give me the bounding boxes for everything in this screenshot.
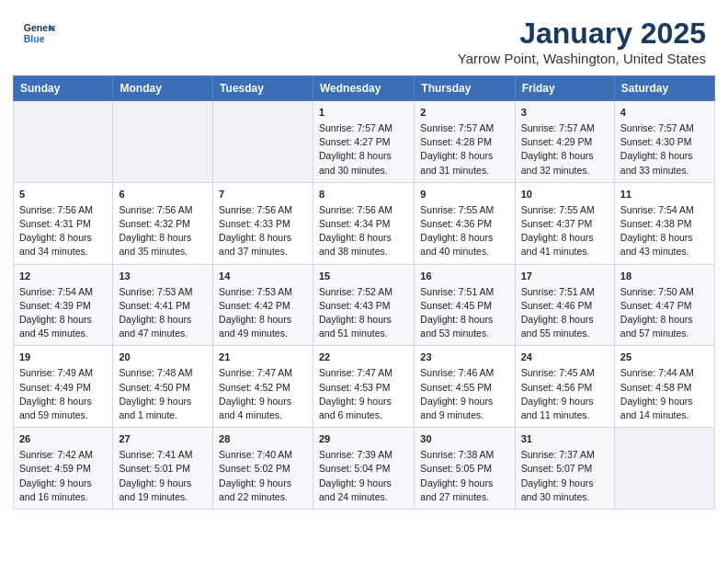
calendar-cell: 19Sunrise: 7:49 AMSunset: 4:49 PMDayligh…	[14, 346, 113, 428]
day-of-week-header: Monday	[113, 76, 213, 101]
day-info-line: Sunrise: 7:46 AM	[420, 366, 508, 380]
day-info-line: Daylight: 8 hours and 34 minutes.	[19, 231, 107, 259]
logo-icon: General Blue	[22, 17, 55, 50]
day-info-line: Sunset: 4:46 PM	[521, 299, 609, 313]
calendar-cell: 22Sunrise: 7:47 AMSunset: 4:53 PMDayligh…	[313, 346, 414, 428]
day-info-line: Sunset: 5:04 PM	[319, 462, 408, 476]
calendar-cell: 23Sunrise: 7:46 AMSunset: 4:55 PMDayligh…	[415, 346, 515, 428]
day-info-line: Sunrise: 7:56 AM	[119, 203, 207, 217]
day-number: 31	[521, 432, 609, 447]
calendar-cell: 14Sunrise: 7:53 AMSunset: 4:42 PMDayligh…	[213, 264, 313, 346]
day-info-line: Sunrise: 7:55 AM	[521, 203, 609, 217]
day-info-line: Sunset: 4:58 PM	[620, 381, 709, 395]
calendar-cell: 1Sunrise: 7:57 AMSunset: 4:27 PMDaylight…	[313, 101, 414, 183]
day-number: 8	[319, 188, 408, 202]
calendar-week-row: 1Sunrise: 7:57 AMSunset: 4:27 PMDaylight…	[14, 101, 715, 183]
day-info-line: Daylight: 9 hours and 24 minutes.	[319, 477, 408, 504]
day-info-line: Sunset: 4:34 PM	[319, 217, 408, 231]
calendar-cell: 27Sunrise: 7:41 AMSunset: 5:01 PMDayligh…	[113, 428, 213, 510]
calendar-cell: 30Sunrise: 7:38 AMSunset: 5:05 PMDayligh…	[415, 428, 515, 510]
day-info-line: Sunrise: 7:47 AM	[319, 366, 408, 380]
calendar-week-row: 26Sunrise: 7:42 AMSunset: 4:59 PMDayligh…	[14, 428, 715, 510]
day-number: 14	[219, 270, 307, 284]
day-number: 1	[319, 106, 408, 121]
day-number: 3	[521, 106, 609, 121]
day-number: 7	[219, 188, 307, 202]
day-info-line: Daylight: 8 hours and 30 minutes.	[319, 149, 408, 177]
calendar-table: SundayMondayTuesdayWednesdayThursdayFrid…	[13, 75, 715, 510]
calendar-cell: 17Sunrise: 7:51 AMSunset: 4:46 PMDayligh…	[515, 264, 614, 346]
day-of-week-header: Friday	[515, 76, 614, 101]
calendar-cell: 24Sunrise: 7:45 AMSunset: 4:56 PMDayligh…	[515, 346, 614, 428]
day-info-line: Sunrise: 7:38 AM	[420, 448, 508, 462]
day-info-line: Sunset: 4:30 PM	[620, 135, 709, 149]
day-info-line: Sunrise: 7:57 AM	[319, 121, 408, 135]
day-info-line: Sunset: 4:28 PM	[420, 135, 508, 149]
day-info-line: Sunset: 5:01 PM	[119, 462, 207, 476]
day-info-line: Sunset: 4:36 PM	[420, 217, 508, 231]
day-info-line: Daylight: 9 hours and 16 minutes.	[19, 477, 107, 504]
calendar-cell: 29Sunrise: 7:39 AMSunset: 5:04 PMDayligh…	[313, 428, 414, 510]
day-info-line: Sunrise: 7:44 AM	[620, 366, 709, 380]
day-info-line: Daylight: 8 hours and 35 minutes.	[119, 231, 207, 259]
day-info-line: Daylight: 8 hours and 57 minutes.	[620, 313, 709, 340]
day-info-line: Sunset: 4:37 PM	[521, 217, 609, 231]
day-info-line: Sunset: 4:52 PM	[219, 381, 307, 395]
svg-text:Blue: Blue	[24, 33, 45, 44]
day-info-line: Daylight: 8 hours and 55 minutes.	[521, 313, 609, 340]
day-info-line: Daylight: 8 hours and 51 minutes.	[319, 313, 408, 340]
day-number: 30	[420, 432, 508, 447]
calendar-cell: 25Sunrise: 7:44 AMSunset: 4:58 PMDayligh…	[614, 346, 714, 428]
day-of-week-header: Sunday	[14, 76, 113, 101]
calendar-cell: 12Sunrise: 7:54 AMSunset: 4:39 PMDayligh…	[14, 264, 113, 346]
day-info-line: Sunset: 4:47 PM	[620, 299, 709, 313]
day-info-line: Sunset: 4:41 PM	[119, 299, 207, 313]
day-info-line: Sunset: 4:38 PM	[620, 217, 709, 231]
day-number: 24	[521, 350, 609, 365]
day-info-line: Sunrise: 7:53 AM	[219, 285, 307, 299]
day-info-line: Sunrise: 7:42 AM	[19, 448, 107, 462]
day-number: 15	[319, 270, 408, 284]
day-info-line: Daylight: 9 hours and 22 minutes.	[219, 477, 307, 504]
page-header: General Blue January 2025 Yarrow Point, …	[0, 0, 728, 75]
calendar-week-row: 12Sunrise: 7:54 AMSunset: 4:39 PMDayligh…	[14, 264, 715, 346]
day-info-line: Daylight: 8 hours and 32 minutes.	[521, 149, 609, 177]
calendar-cell: 5Sunrise: 7:56 AMSunset: 4:31 PMDaylight…	[14, 182, 113, 264]
day-of-week-header: Wednesday	[313, 76, 414, 101]
day-number: 28	[219, 432, 307, 447]
calendar-cell: 13Sunrise: 7:53 AMSunset: 4:41 PMDayligh…	[113, 264, 213, 346]
day-info-line: Daylight: 8 hours and 41 minutes.	[521, 231, 609, 259]
calendar-cell: 18Sunrise: 7:50 AMSunset: 4:47 PMDayligh…	[614, 264, 714, 346]
day-info-line: Sunrise: 7:50 AM	[620, 285, 709, 299]
calendar-container: SundayMondayTuesdayWednesdayThursdayFrid…	[0, 75, 728, 523]
day-info-line: Daylight: 8 hours and 38 minutes.	[319, 231, 408, 259]
month-title: January 2025	[458, 17, 706, 51]
day-info-line: Sunset: 5:02 PM	[219, 462, 307, 476]
calendar-cell	[213, 101, 313, 183]
day-info-line: Daylight: 8 hours and 59 minutes.	[19, 395, 107, 422]
calendar-cell	[614, 428, 714, 510]
day-info-line: Sunset: 4:53 PM	[319, 381, 408, 395]
day-info-line: Sunset: 4:39 PM	[19, 299, 107, 313]
day-number: 13	[119, 270, 207, 284]
day-info-line: Sunrise: 7:40 AM	[219, 448, 307, 462]
day-info-line: Sunrise: 7:56 AM	[219, 203, 307, 217]
day-info-line: Sunset: 4:42 PM	[219, 299, 307, 313]
day-number: 20	[119, 350, 207, 365]
day-header-row: SundayMondayTuesdayWednesdayThursdayFrid…	[14, 76, 715, 101]
day-info-line: Sunrise: 7:54 AM	[19, 285, 107, 299]
day-info-line: Sunrise: 7:57 AM	[620, 121, 709, 135]
day-info-line: Sunset: 4:50 PM	[119, 381, 207, 395]
day-info-line: Sunrise: 7:51 AM	[420, 285, 508, 299]
day-number: 5	[19, 188, 107, 202]
day-info-line: Sunset: 5:07 PM	[521, 462, 609, 476]
day-info-line: Sunrise: 7:54 AM	[620, 203, 709, 217]
calendar-cell: 16Sunrise: 7:51 AMSunset: 4:45 PMDayligh…	[415, 264, 515, 346]
day-info-line: Daylight: 9 hours and 27 minutes.	[420, 477, 508, 504]
day-info-line: Sunrise: 7:57 AM	[420, 121, 508, 135]
day-info-line: Daylight: 9 hours and 30 minutes.	[521, 477, 609, 504]
calendar-cell: 15Sunrise: 7:52 AMSunset: 4:43 PMDayligh…	[313, 264, 414, 346]
calendar-week-row: 5Sunrise: 7:56 AMSunset: 4:31 PMDaylight…	[14, 182, 715, 264]
day-info-line: Sunset: 4:49 PM	[19, 381, 107, 395]
day-number: 27	[119, 432, 207, 447]
